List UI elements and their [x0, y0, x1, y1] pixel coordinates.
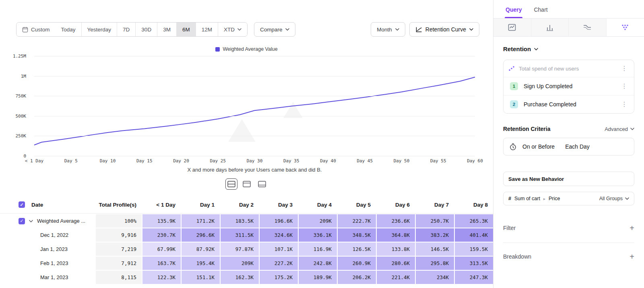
retention-value-cell[interactable]: 401.4K	[455, 228, 493, 242]
chart-plot-area[interactable]	[34, 56, 475, 156]
retention-value-cell[interactable]: 116.9K	[299, 242, 337, 256]
column-header: Day 5	[338, 196, 376, 213]
range-xtd-button[interactable]: XTD	[218, 23, 247, 36]
column-header: Day 4	[299, 196, 337, 213]
layout-split-rows-button[interactable]	[225, 178, 237, 190]
range-today-button[interactable]: Today	[56, 23, 81, 36]
retention-value-cell[interactable]: 336.1K	[299, 228, 337, 242]
retention-value-cell[interactable]: 227.2K	[260, 257, 298, 270]
summary-row-label-cell[interactable]: ✓Weighted Average ...	[0, 214, 95, 228]
retention-value-cell[interactable]: 163.7K	[142, 257, 181, 270]
gridline	[34, 156, 475, 156]
retention-value-cell[interactable]: 159.5K	[455, 242, 493, 256]
advanced-dropdown[interactable]: Advanced	[605, 126, 634, 132]
insights-chart-icon[interactable]	[493, 19, 531, 36]
behavior-header[interactable]: Total spend of new users ⋮	[504, 60, 634, 77]
retention-value-cell[interactable]: 383.2K	[416, 228, 454, 242]
retention-value-cell[interactable]: 126.5K	[338, 242, 376, 256]
retention-value-cell[interactable]: 195.4K	[182, 257, 220, 270]
retention-value-cell[interactable]: 295.8K	[416, 257, 454, 270]
toolbar: Custom TodayYesterday7D30D3M6M12MXTD Com…	[16, 22, 479, 37]
retention-value-cell[interactable]: 265.3K	[455, 214, 493, 228]
retention-value-cell[interactable]: 311.5K	[221, 228, 259, 242]
layout-header-row-button[interactable]	[241, 178, 253, 190]
x-tick-label: Day 50	[394, 158, 410, 164]
retention-value-cell[interactable]: 135.9K	[142, 214, 181, 228]
retention-value-cell[interactable]: 313.5K	[455, 257, 493, 270]
add-breakdown-button[interactable]: +	[630, 253, 634, 261]
x-tick-label: Day 30	[247, 158, 263, 164]
column-header: Day 3	[260, 196, 298, 213]
segmentation-dots-icon[interactable]	[607, 19, 644, 36]
retention-value-cell[interactable]: 296.6K	[182, 228, 220, 242]
chart-type-button[interactable]: Retention Curve	[409, 22, 479, 37]
retention-value-cell[interactable]: 348.5K	[338, 228, 376, 242]
retention-value-cell[interactable]: 242.8K	[299, 257, 337, 270]
range-6m-button[interactable]: 6M	[176, 23, 196, 36]
retention-value-cell[interactable]: 230.7K	[142, 228, 181, 242]
kebab-menu-icon[interactable]: ⋮	[619, 83, 629, 89]
save-as-new-behavior-button[interactable]: Save as New Behavior	[503, 172, 634, 186]
retention-value-cell[interactable]: 221.4K	[377, 271, 415, 284]
retention-value-cell[interactable]: 209K	[299, 214, 337, 228]
retention-value-cell[interactable]: 250.7K	[416, 214, 454, 228]
retention-value-cell[interactable]: 196.6K	[260, 214, 298, 228]
retention-value-cell[interactable]: 234K	[416, 271, 454, 284]
tab-query[interactable]: Query	[506, 6, 522, 18]
retention-line-chart: 0250K500K750K1M1.25M	[0, 56, 475, 156]
retention-value-cell[interactable]: 324.6K	[260, 228, 298, 242]
retention-value-cell[interactable]: 183.5K	[221, 214, 259, 228]
range-30d-button[interactable]: 30D	[135, 23, 157, 36]
retention-value-cell[interactable]: 189.9K	[299, 271, 337, 284]
retention-value-cell[interactable]: 222.7K	[338, 214, 376, 228]
retention-value-cell[interactable]: 209K	[221, 257, 259, 270]
retention-value-cell[interactable]: 87.92K	[182, 242, 220, 256]
kebab-menu-icon[interactable]: ⋮	[619, 101, 629, 108]
retention-steps-icon[interactable]	[569, 19, 607, 36]
range-yesterday-button[interactable]: Yesterday	[81, 23, 117, 36]
retention-value-cell[interactable]: 236.6K	[377, 214, 415, 228]
retention-value-cell[interactable]: 107.1K	[260, 242, 298, 256]
compare-button[interactable]: Compare	[254, 22, 296, 37]
layout-plain-button[interactable]	[256, 178, 268, 190]
add-filter-button[interactable]: +	[630, 224, 634, 232]
measure-row[interactable]: # Sum of cart ▸ Price All Groups	[503, 192, 634, 205]
frequency-selector[interactable]: Each Day	[565, 143, 590, 150]
tab-chart[interactable]: Chart	[534, 6, 547, 18]
retention-value-cell[interactable]: 280.6K	[377, 257, 415, 270]
retention-value-cell[interactable]: 364.8K	[377, 228, 415, 242]
step-number-badge: 2	[510, 100, 518, 108]
retention-value-cell[interactable]: 162.3K	[221, 271, 259, 284]
retention-value-cell[interactable]: 122.3K	[142, 271, 181, 284]
retention-section-toggle[interactable]: Retention	[503, 46, 634, 52]
retention-value-cell[interactable]: 151.1K	[182, 271, 220, 284]
row-expand-chevron-icon[interactable]	[29, 220, 33, 222]
retention-value-cell[interactable]: 175.2K	[260, 271, 298, 284]
total-profiles-cell: 100%	[96, 214, 142, 228]
x-axis-caption: X and more days before your Users came b…	[34, 167, 475, 173]
all-groups-dropdown[interactable]: All Groups	[599, 196, 629, 201]
retention-value-cell[interactable]: 146.5K	[416, 242, 454, 256]
select-all-checkbox[interactable]: ✓	[19, 201, 25, 208]
bar-chart-icon[interactable]	[531, 19, 569, 36]
chart-type-label: Retention Curve	[425, 26, 466, 33]
gridline	[34, 76, 475, 77]
range-custom-button[interactable]: Custom	[17, 23, 56, 36]
retention-table: ✓DateTotal Profile(s)< 1 DayDay 1Day 2Da…	[0, 196, 493, 284]
range-12m-button[interactable]: 12M	[196, 23, 218, 36]
retention-value-cell[interactable]: 67.99K	[142, 242, 181, 256]
retention-value-cell[interactable]: 260.9K	[338, 257, 376, 270]
behavior-step-2[interactable]: 2Purchase Completed⋮	[504, 95, 634, 113]
kebab-menu-icon[interactable]: ⋮	[619, 65, 629, 72]
row-checkbox[interactable]: ✓	[19, 218, 25, 224]
behavior-step-1[interactable]: 1Sign Up Completed⋮	[504, 77, 634, 95]
retention-value-cell[interactable]: 247.3K	[455, 271, 493, 284]
range-7d-button[interactable]: 7D	[117, 23, 135, 36]
retention-value-cell[interactable]: 97.87K	[221, 242, 259, 256]
range-3m-button[interactable]: 3M	[157, 23, 176, 36]
granularity-month-button[interactable]: Month	[371, 22, 405, 37]
condition-selector[interactable]: On or Before	[522, 143, 555, 150]
retention-value-cell[interactable]: 206.2K	[338, 271, 376, 284]
retention-value-cell[interactable]: 133.8K	[377, 242, 415, 256]
retention-value-cell[interactable]: 171.2K	[182, 214, 220, 228]
